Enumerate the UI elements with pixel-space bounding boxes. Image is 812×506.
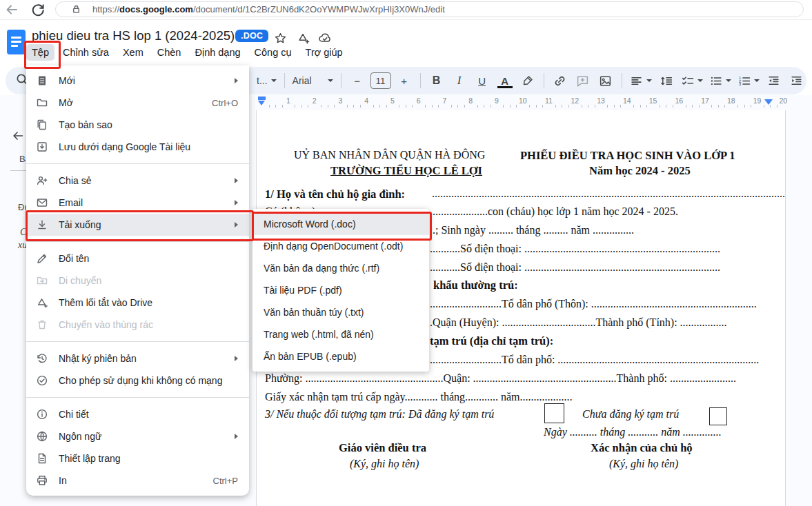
styles-dropdown[interactable]: t... bbox=[255, 72, 278, 90]
ruler-tick bbox=[764, 105, 764, 108]
toolbar-divider bbox=[284, 73, 285, 88]
font-dropdown[interactable]: Arial bbox=[291, 72, 335, 90]
text-color-button[interactable]: A bbox=[495, 72, 515, 90]
toolbar-divider bbox=[341, 73, 341, 88]
file-menu-item-label: Thiết lập trang bbox=[59, 453, 121, 464]
menubar-item[interactable]: Định dạng bbox=[189, 44, 246, 61]
numbered-list-button[interactable]: 123 bbox=[736, 72, 761, 90]
ruler-tick bbox=[432, 105, 433, 108]
menu-divider bbox=[26, 163, 249, 164]
decrease-font-size-button[interactable]: − bbox=[348, 72, 367, 90]
ruler-tick bbox=[646, 105, 647, 108]
ruler-tick bbox=[633, 105, 634, 108]
increase-indent-button[interactable] bbox=[787, 72, 806, 90]
cloud-status-icon[interactable] bbox=[317, 30, 333, 45]
add-comment-button[interactable] bbox=[573, 72, 593, 90]
document-text: (Ký, ghi họ tên) bbox=[609, 458, 678, 470]
download-submenu-item[interactable]: Định dạng OpenDocument (.odt) bbox=[252, 235, 429, 257]
underline-button[interactable]: U bbox=[473, 72, 492, 90]
document-text: .Quận (Huyện): .........................… bbox=[430, 316, 727, 329]
file-menu-item-folder-move[interactable]: Di chuyển bbox=[26, 270, 249, 292]
insert-image-button[interactable] bbox=[596, 72, 615, 90]
download-submenu-item[interactable]: Trang web (.html, đã nén) bbox=[252, 323, 429, 345]
ruler-tick bbox=[542, 105, 543, 108]
ruler-number: 9 bbox=[495, 97, 499, 105]
offline-icon bbox=[36, 374, 48, 387]
file-menu-item-folder[interactable]: MởCtrl+O bbox=[26, 92, 249, 114]
ruler-tick bbox=[595, 105, 595, 108]
insert-link-button[interactable] bbox=[551, 72, 570, 90]
file-menu-item-trash[interactable]: Chuyển vào thùng rác bbox=[26, 314, 249, 336]
ruler-tick bbox=[686, 105, 686, 108]
menubar-item[interactable]: Trợ giúp bbox=[300, 44, 348, 61]
menubar-item[interactable]: Chèn bbox=[152, 44, 187, 61]
ruler-first-line-indent-marker[interactable] bbox=[258, 97, 266, 100]
download-submenu-item[interactable]: Văn bản thuần túy (.txt) bbox=[252, 301, 429, 323]
ruler-number: 7 bbox=[443, 97, 447, 105]
url-bar[interactable]: https://docs.google.com/document/d/1C2Br… bbox=[55, 1, 804, 17]
document-text: ..........................Tổ dân phố (Th… bbox=[430, 298, 757, 310]
toolbar-divider bbox=[420, 73, 421, 88]
download-submenu-item[interactable]: Ấn bản EPUB (.epub) bbox=[252, 345, 429, 367]
drive-shortcut-icon[interactable] bbox=[295, 30, 310, 45]
submenu-arrow-icon bbox=[235, 222, 238, 227]
line-spacing-button[interactable] bbox=[657, 72, 676, 90]
file-menu-item-printer[interactable]: InCtrl+P bbox=[26, 469, 249, 492]
pencil-icon bbox=[36, 252, 48, 265]
italic-button[interactable]: I bbox=[450, 72, 469, 90]
file-menu-item-copy[interactable]: Tạo bản sao bbox=[26, 114, 249, 136]
collapse-outline-icon[interactable] bbox=[11, 129, 25, 143]
menubar-item[interactable]: Xem bbox=[117, 44, 149, 61]
ruler-tick bbox=[399, 105, 399, 108]
file-menu-item-save-as[interactable]: Lưu dưới dạng Google Tài liệu bbox=[26, 136, 249, 158]
checklist-button[interactable] bbox=[680, 72, 704, 90]
file-menu-item-download[interactable]: Tải xuống bbox=[26, 214, 249, 236]
download-submenu-item[interactable]: Tài liệu PDF (.pdf) bbox=[252, 279, 429, 301]
download-icon bbox=[36, 219, 48, 231]
download-submenu-item[interactable]: Văn bản đa dạng thức (.rtf) bbox=[252, 257, 429, 279]
file-menu-item-offline[interactable]: Cho phép sử dụng khi không có mạng bbox=[26, 370, 249, 392]
file-menu-item-envelope[interactable]: Email bbox=[26, 192, 249, 214]
ruler-tick bbox=[582, 105, 582, 108]
menubar-item[interactable]: Công cụ bbox=[249, 44, 297, 61]
ruler-number: 17 bbox=[701, 97, 709, 105]
ruler-tick bbox=[737, 105, 738, 108]
menubar-item[interactable]: Chỉnh sửa bbox=[57, 44, 115, 61]
ruler-number: 6 bbox=[417, 97, 421, 105]
file-menu-item-drive-add[interactable]: Thêm lối tắt vào Drive bbox=[26, 292, 249, 314]
lock-icon bbox=[71, 4, 81, 14]
align-button[interactable] bbox=[628, 72, 653, 90]
download-submenu-item[interactable]: Microsoft Word (.doc) bbox=[252, 213, 429, 235]
ruler-tick bbox=[328, 105, 328, 108]
font-size-input[interactable]: 11 bbox=[370, 72, 391, 89]
file-menu-item-label: Nhật ký phiên bản bbox=[59, 353, 137, 364]
doc-format-badge: .DOC bbox=[235, 30, 268, 42]
file-menu-item-person-add[interactable]: Chia sẻ bbox=[26, 170, 249, 192]
google-docs-logo-icon[interactable] bbox=[7, 30, 26, 54]
file-menu-item-globe[interactable]: Ngôn ngữ bbox=[26, 425, 249, 447]
highlight-color-button[interactable] bbox=[518, 72, 537, 90]
file-menu-item-pencil[interactable]: Đổi tên bbox=[26, 247, 249, 270]
document-text: .....................con (cháu) học lớp … bbox=[430, 205, 678, 218]
chevron-down-icon bbox=[697, 79, 703, 82]
drive-add-icon bbox=[36, 296, 48, 309]
ruler-left-indent-marker[interactable] bbox=[258, 101, 265, 105]
ruler-number: 8 bbox=[468, 97, 473, 105]
decrease-indent-button[interactable] bbox=[764, 72, 784, 90]
ruler-tick bbox=[353, 105, 354, 108]
ruler-right-indent-marker[interactable] bbox=[764, 99, 773, 105]
file-menu-item-page-setup[interactable]: Thiết lập trang bbox=[26, 447, 249, 469]
document-title[interactable]: phieu dieu tra HS lop 1 (2024-2025) bbox=[32, 28, 235, 43]
file-menu-item-info[interactable]: Chi tiết bbox=[26, 403, 249, 425]
bulleted-list-button[interactable] bbox=[708, 72, 733, 90]
ruler-tick bbox=[373, 105, 374, 108]
increase-font-size-button[interactable]: + bbox=[395, 72, 414, 90]
menubar-item[interactable]: Tệp bbox=[26, 44, 55, 61]
browser-refresh-icon[interactable] bbox=[30, 2, 46, 17]
ruler-tick bbox=[562, 105, 562, 108]
browser-back-icon[interactable] bbox=[4, 2, 19, 17]
star-icon[interactable] bbox=[273, 30, 288, 45]
file-menu-item-new-doc[interactable]: Mới bbox=[26, 70, 249, 92]
bold-button[interactable]: B bbox=[427, 72, 446, 90]
file-menu-item-history[interactable]: Nhật ký phiên bản bbox=[26, 347, 249, 370]
